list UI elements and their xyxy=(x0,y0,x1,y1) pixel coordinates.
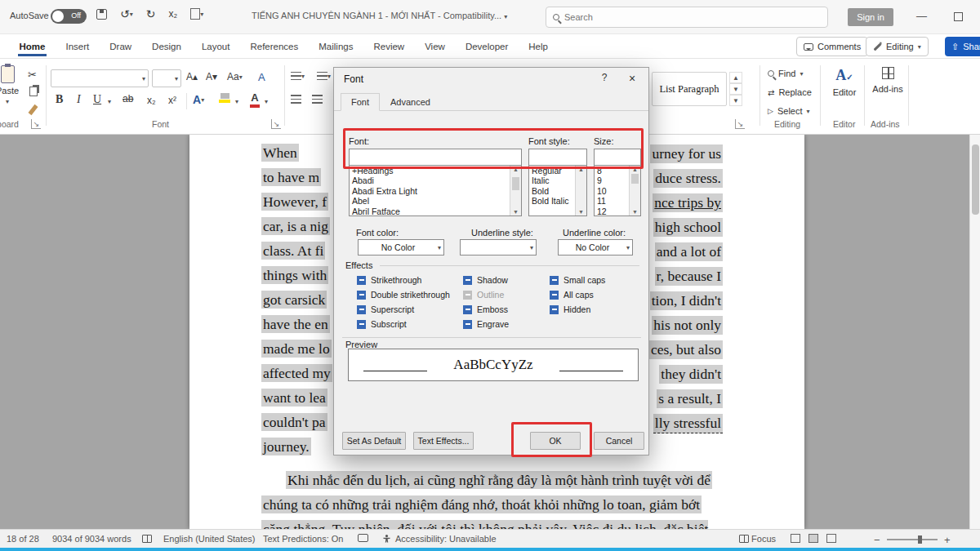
comments-button[interactable]: Comments xyxy=(796,37,868,56)
add-ins-button[interactable]: Add-ins xyxy=(869,67,906,94)
cut-icon[interactable]: ✂ xyxy=(28,69,37,81)
font-size-input[interactable] xyxy=(153,73,175,83)
replace-button[interactable]: ⇄Replace xyxy=(768,87,812,97)
gallery-more-icon[interactable]: ▼ xyxy=(729,95,742,106)
highlight-options-icon[interactable]: ▾ xyxy=(235,98,238,105)
share-button[interactable]: ⇧ Share xyxy=(945,37,980,56)
underline-style-dropdown[interactable]: ▾ xyxy=(460,239,537,256)
underline-color-dropdown[interactable]: No Color▾ xyxy=(558,239,633,256)
superscript-button[interactable]: x² xyxy=(168,95,176,106)
zoom-slider-thumb[interactable] xyxy=(918,535,922,544)
size-field-input[interactable] xyxy=(595,149,640,165)
effect-shadow[interactable]: Shadow xyxy=(463,275,508,285)
tab-draw[interactable]: Draw xyxy=(108,37,133,56)
text-predictions[interactable]: Text Predictions: On xyxy=(263,534,343,544)
restore-window-icon[interactable] xyxy=(954,12,963,21)
autosave-toggle[interactable]: Off xyxy=(51,9,87,24)
redo-icon[interactable]: ↻ xyxy=(146,7,156,20)
zoom-in-button[interactable]: + xyxy=(944,534,951,546)
set-as-default-button[interactable]: Set As Default xyxy=(342,432,406,450)
gallery-up-icon[interactable]: ▲ xyxy=(729,72,742,83)
font-name-field[interactable] xyxy=(349,149,522,166)
tab-layout[interactable]: Layout xyxy=(200,37,232,56)
search-input[interactable] xyxy=(564,12,793,22)
effect-double-strikethrough[interactable]: Double strikethrough xyxy=(357,290,450,300)
tab-help[interactable]: Help xyxy=(527,37,550,56)
proofing-icon[interactable] xyxy=(142,534,152,544)
select-button[interactable]: ▷Select▾ xyxy=(768,106,810,116)
strikethrough-button[interactable]: ab xyxy=(122,93,133,104)
grow-font-button[interactable]: A▴ xyxy=(186,71,198,82)
effect-superscript[interactable]: Superscript xyxy=(357,304,414,314)
save-icon[interactable] xyxy=(96,9,107,20)
font-name-field-input[interactable] xyxy=(350,149,521,165)
font-list[interactable]: +Headings Abadi Abadi Extra Light Abel A… xyxy=(349,166,522,216)
italic-button[interactable]: I xyxy=(77,93,81,106)
effect-emboss[interactable]: Emboss xyxy=(463,304,508,314)
vertical-scrollbar[interactable] xyxy=(969,135,980,529)
align-center-button[interactable] xyxy=(312,95,323,104)
scrollbar-thumb[interactable] xyxy=(972,144,979,215)
dialog-help-icon[interactable]: ? xyxy=(594,72,615,88)
font-dialog-launcher-icon[interactable]: ↘ xyxy=(271,119,281,129)
tab-file[interactable]: File xyxy=(0,37,1,56)
tab-references[interactable]: References xyxy=(248,37,300,56)
font-style-list[interactable]: Regular Italic Bold Bold Italic ▲▼ xyxy=(528,166,587,216)
tab-review[interactable]: Review xyxy=(372,37,406,56)
effect-engrave[interactable]: Engrave xyxy=(463,319,509,329)
numbering-button[interactable]: ▾ xyxy=(317,72,331,81)
tab-insert[interactable]: Insert xyxy=(64,37,91,56)
font-name-combo[interactable]: ▾ xyxy=(51,69,149,87)
focus-button[interactable]: Focus xyxy=(739,534,776,544)
list-scrollbar[interactable]: ▲▼ xyxy=(629,166,640,216)
web-layout-icon[interactable] xyxy=(826,534,836,543)
dialog-close-icon[interactable]: × xyxy=(621,72,643,88)
bold-button[interactable]: B xyxy=(56,93,63,106)
clipboard-dialog-launcher-icon[interactable]: ↘ xyxy=(31,119,41,129)
font-list-item[interactable]: Abadi xyxy=(350,176,521,185)
font-size-combo[interactable]: ▾ xyxy=(152,69,181,87)
print-layout-icon[interactable] xyxy=(808,534,818,543)
tab-home[interactable]: Home xyxy=(18,37,47,56)
shrink-font-button[interactable]: A▾ xyxy=(206,71,217,82)
subscript-qat-icon[interactable]: x₂ xyxy=(168,8,177,20)
cancel-button[interactable]: Cancel xyxy=(594,432,644,450)
font-color-dropdown[interactable]: No Color▾ xyxy=(358,239,444,256)
qat-customize-icon[interactable]: ▾ xyxy=(190,8,203,20)
effect-strikethrough[interactable]: Strikethrough xyxy=(357,275,421,285)
undo-icon[interactable]: ↺▾ xyxy=(120,7,133,20)
editor-button[interactable]: A✓ Editor xyxy=(826,67,862,97)
text-predictions-icon[interactable] xyxy=(358,534,368,544)
tab-design[interactable]: Design xyxy=(150,37,183,56)
font-list-item[interactable]: Abril Fatface xyxy=(350,207,521,216)
sign-in-button[interactable]: Sign in xyxy=(848,8,893,26)
search-box[interactable] xyxy=(546,7,828,28)
read-mode-icon[interactable] xyxy=(791,534,800,543)
text-effects-button-dialog[interactable]: Text Effects... xyxy=(413,432,474,450)
font-list-item[interactable]: Abel xyxy=(350,196,521,206)
size-field[interactable] xyxy=(594,149,641,166)
font-style-field[interactable] xyxy=(528,149,587,166)
tab-developer[interactable]: Developer xyxy=(464,37,510,56)
underline-button[interactable]: U xyxy=(93,93,101,106)
title-dropdown-icon[interactable]: ▾ xyxy=(504,13,507,20)
minimize-icon[interactable]: — xyxy=(916,10,927,22)
ok-button[interactable]: OK xyxy=(530,432,581,450)
language-indicator[interactable]: English (United States) xyxy=(163,534,256,544)
bullets-button[interactable]: ▾ xyxy=(291,72,305,81)
tab-mailings[interactable]: Mailings xyxy=(317,37,354,56)
copy-icon[interactable] xyxy=(29,87,38,96)
effect-small-caps[interactable]: Small caps xyxy=(550,275,605,285)
highlight-color-button[interactable] xyxy=(219,93,230,103)
accessibility-status[interactable]: Accessibility: Unavailable xyxy=(395,534,497,544)
page-indicator[interactable]: 18 of 28 xyxy=(7,534,39,544)
format-painter-icon[interactable] xyxy=(29,104,38,115)
font-color-button[interactable]: A xyxy=(250,91,260,108)
font-list-item[interactable]: +Headings xyxy=(350,166,521,176)
text-effects-button[interactable]: A▾ xyxy=(193,93,204,106)
effect-all-caps[interactable]: All caps xyxy=(550,290,594,300)
list-scrollbar[interactable]: ▲▼ xyxy=(575,166,586,216)
effect-hidden[interactable]: Hidden xyxy=(550,304,590,314)
styles-dialog-launcher-icon[interactable]: ↘ xyxy=(735,119,745,129)
font-color-options-icon[interactable]: ▾ xyxy=(265,98,268,105)
